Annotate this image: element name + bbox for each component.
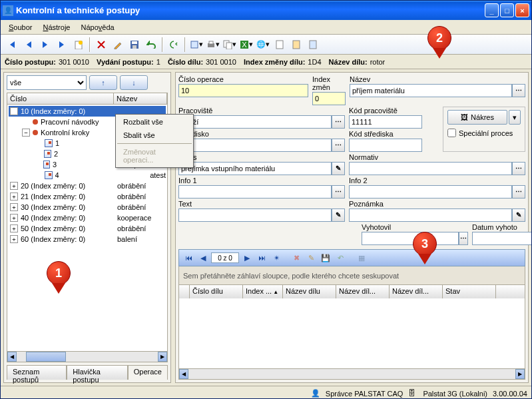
tree-hdr-nazev[interactable]: Název xyxy=(114,93,167,104)
excel-button[interactable]: X▾ xyxy=(239,37,254,52)
input-normativ[interactable] xyxy=(349,162,512,175)
mini-undo-button[interactable]: ↶ xyxy=(334,251,347,264)
nav-first-button[interactable] xyxy=(5,37,19,52)
grid-col-header[interactable]: Stav xyxy=(443,285,496,298)
input-vyhotovil[interactable] xyxy=(362,232,459,245)
tree-node[interactable]: 4atest xyxy=(9,170,166,181)
input-cislo-operace[interactable] xyxy=(178,84,308,97)
group-hint-bar[interactable]: Sem přetáhněte záhlaví sloupce, podle kt… xyxy=(178,266,525,285)
grid-hscrollbar[interactable]: ◀ ▶ xyxy=(178,369,525,380)
mini-next-button[interactable]: ▶ xyxy=(240,251,254,264)
doc2-button[interactable] xyxy=(289,37,304,52)
input-nazev[interactable] xyxy=(350,84,512,97)
expand-toggle[interactable]: + xyxy=(10,203,18,211)
input-info2[interactable] xyxy=(349,185,512,199)
tree-hdr-cislo[interactable]: Číslo xyxy=(7,93,114,104)
filter-select[interactable]: vše xyxy=(7,75,87,90)
input-text[interactable] xyxy=(178,208,332,222)
info2-ellipsis-button[interactable]: ⋯ xyxy=(512,185,525,199)
mini-prev-button[interactable]: ◀ xyxy=(196,251,210,264)
input-pracoviste[interactable] xyxy=(178,115,332,129)
grid-scroll-left-button[interactable]: ◀ xyxy=(179,369,188,379)
tab-operace[interactable]: Operace xyxy=(128,365,168,380)
mini-first-button[interactable]: ⏮ xyxy=(182,251,195,264)
grid-col-header[interactable]: Číslo dílu xyxy=(190,285,243,298)
tree-hscrollbar[interactable]: ◀ ▶ xyxy=(7,352,168,362)
undo-button[interactable] xyxy=(144,37,158,52)
input-index-zmen[interactable] xyxy=(312,92,346,105)
refresh-button[interactable] xyxy=(166,37,181,52)
grid-scroll-right-button[interactable]: ▶ xyxy=(515,369,525,379)
expand-toggle[interactable]: − xyxy=(22,129,30,137)
lang-button[interactable]: 🌐▾ xyxy=(256,37,270,52)
menu-nastroje[interactable]: Nástroje xyxy=(37,22,75,33)
new-button[interactable] xyxy=(71,37,86,52)
mini-view-button[interactable]: ▦ xyxy=(355,251,368,264)
ctx-rozbalit[interactable]: Rozbalit vše xyxy=(117,115,192,129)
tree-node[interactable]: +30 (Index změny: 0)obrábění xyxy=(9,202,166,212)
ctx-sbalit[interactable]: Sbalit vše xyxy=(117,129,192,142)
grid-col-header[interactable]: Index ... ▲ xyxy=(243,285,283,298)
pracoviste-ellipsis-button[interactable]: ⋯ xyxy=(332,115,345,129)
text-edit-button[interactable]: ✎ xyxy=(332,208,345,222)
nav-next-button[interactable] xyxy=(38,37,53,52)
print-button[interactable]: ▾ xyxy=(206,37,220,52)
expand-toggle[interactable]: + xyxy=(10,193,18,200)
save-button[interactable] xyxy=(127,37,142,52)
expand-toggle[interactable]: + xyxy=(10,182,18,190)
move-down-button[interactable]: ↓ xyxy=(120,75,148,90)
specialni-proces-checkbox[interactable]: Speciální proces xyxy=(447,129,521,137)
nazev-ellipsis-button[interactable]: ⋯ xyxy=(512,84,525,97)
move-up-button[interactable]: ↑ xyxy=(89,75,117,90)
tree-node[interactable]: +60 (Index změny: 0)balení xyxy=(9,234,166,244)
mini-last-button[interactable]: ⏭ xyxy=(255,251,268,264)
input-kod-strediska[interactable] xyxy=(349,139,422,152)
grid-col-header[interactable]: Název díl... xyxy=(390,285,443,298)
doc1-button[interactable] xyxy=(272,37,287,52)
scroll-thumb[interactable] xyxy=(26,352,66,362)
delete-button[interactable] xyxy=(94,37,109,52)
expand-toggle[interactable]: − xyxy=(10,107,18,115)
tree-node[interactable]: +50 (Index změny: 0)obrábění xyxy=(9,223,166,234)
edit-button[interactable] xyxy=(111,37,125,52)
nakres-button[interactable]: 🖼Nákres xyxy=(447,110,507,125)
maximize-button[interactable]: □ xyxy=(500,3,514,17)
tab-seznam[interactable]: Seznam postupů xyxy=(7,365,67,380)
input-kod-pracoviste[interactable] xyxy=(349,115,422,129)
nav-last-button[interactable] xyxy=(55,37,69,52)
input-info1[interactable] xyxy=(178,185,332,199)
popis-edit-button[interactable]: ✎ xyxy=(332,162,345,175)
input-poznamka[interactable] xyxy=(349,208,512,222)
vyhotovil-ellipsis-button[interactable]: ⋯ xyxy=(459,232,468,245)
doc3-button[interactable] xyxy=(306,37,320,52)
input-stredisko[interactable] xyxy=(178,139,332,152)
stredisko-ellipsis-button[interactable]: ⋯ xyxy=(332,139,345,152)
poznamka-edit-button[interactable]: ✎ xyxy=(512,208,525,222)
tree-node[interactable]: +21 (Index změny: 0)obrábění xyxy=(9,191,166,202)
scroll-left-button[interactable]: ◀ xyxy=(7,352,17,362)
copy-button[interactable]: ▾ xyxy=(222,37,237,52)
grid-col-header[interactable]: Název dílu xyxy=(283,285,336,298)
mini-delete-button[interactable]: ✖ xyxy=(290,251,303,264)
grid-col-header[interactable]: Název díl... xyxy=(336,285,390,298)
input-datum[interactable] xyxy=(472,232,532,245)
menu-soubor[interactable]: Soubor xyxy=(3,22,37,33)
expand-toggle[interactable]: + xyxy=(10,224,18,232)
scroll-right-button[interactable]: ▶ xyxy=(158,352,167,362)
input-popis[interactable] xyxy=(178,162,332,175)
expand-toggle[interactable]: + xyxy=(10,235,18,243)
minimize-button[interactable]: _ xyxy=(485,3,499,17)
tab-hlavicka[interactable]: Hlavička postupu xyxy=(67,365,127,380)
view-button[interactable]: ▾ xyxy=(189,37,204,52)
expand-toggle[interactable]: + xyxy=(10,214,18,222)
mini-save-button[interactable]: 💾 xyxy=(319,251,332,264)
close-button[interactable]: × xyxy=(515,3,529,17)
detail-grid[interactable]: Číslo díluIndex ... ▲Název díluNázev díl… xyxy=(178,285,525,369)
nav-prev-button[interactable] xyxy=(21,37,36,52)
tree-node[interactable]: +40 (Index změny: 0)kooperace xyxy=(9,212,166,223)
tree-node[interactable]: +20 (Index změny: 0)obrábění xyxy=(9,181,166,191)
menu-napoveda[interactable]: Nápověda xyxy=(75,22,119,33)
nakres-dropdown-button[interactable]: ▾ xyxy=(509,110,521,125)
normativ-ellipsis-button[interactable]: ⋯ xyxy=(512,162,525,175)
mini-edit-button[interactable]: ✎ xyxy=(304,251,318,264)
